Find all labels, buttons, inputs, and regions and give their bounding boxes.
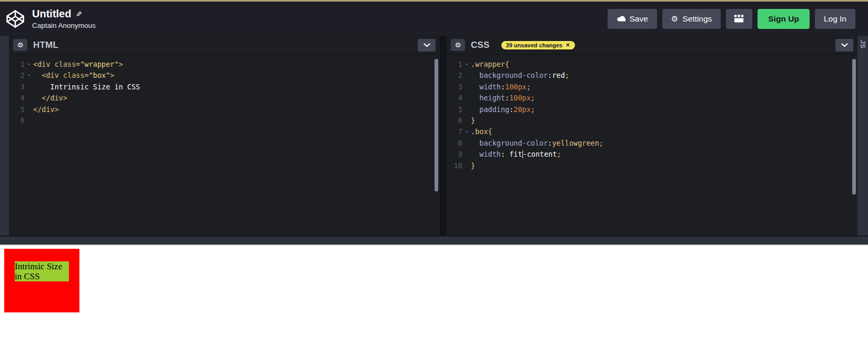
code-token: .box{ [471,127,492,136]
code-text: } [471,160,475,171]
fold-arrow-icon[interactable]: ▾ [25,59,33,70]
html-settings-gear-icon[interactable]: ⚙ [13,39,27,51]
code-line[interactable]: 10} [447,160,857,171]
code-line[interactable]: 3 width:100px; [447,82,857,93]
code-token: ; [531,94,535,102]
code-line[interactable]: 6 [9,115,440,126]
code-text: Intrinsic Size in CSS [33,82,140,93]
fold-spacer [462,115,471,126]
html-panel-title: HTML [33,40,58,50]
text-cursor [522,150,523,158]
code-line[interactable]: 5 padding:20px; [447,104,857,115]
code-text: </div> [33,104,59,115]
code-line[interactable]: 1▾<div class="wrapper"> [9,59,440,70]
edit-title-pencil-icon[interactable]: ✎ [76,10,82,18]
code-token: : [501,150,509,158]
css-collapse-button[interactable] [835,39,853,52]
code-token: : [505,94,509,102]
code-line[interactable]: 2▾ <div class="box"> [9,70,440,81]
fold-spacer [462,70,471,81]
badge-close-icon[interactable]: ✕ [566,42,570,48]
gear-icon: ⚙ [671,15,678,23]
line-number: 4 [9,93,25,104]
code-token: "wrapper" [80,60,118,68]
fold-arrow-icon[interactable]: ▾ [462,126,471,137]
fold-spacer [462,138,471,149]
save-label: Save [630,14,648,24]
code-token: Intrinsic Size in CSS [33,83,140,91]
unsaved-changes-text: 39 unsaved changes [506,42,563,48]
code-token [471,94,479,102]
code-text: width:100px; [471,82,531,93]
js-rail-label: JS [859,40,867,48]
change-view-button[interactable] [726,9,752,29]
code-line[interactable]: 3 Intrinsic Size in CSS [9,82,440,93]
line-number: 4 [447,93,462,104]
line-number: 3 [9,82,25,93]
css-scrollbar-thumb[interactable] [852,59,856,195]
css-code-area[interactable]: 1▾.wrapper{2 background-color:red;3 widt… [447,55,857,171]
code-text: background-color:red; [471,70,569,81]
html-collapse-button[interactable] [418,39,436,52]
code-text: <div class="wrapper"> [33,59,123,70]
code-text: } [471,115,475,126]
code-token: background-color [479,71,548,79]
settings-button[interactable]: ⚙ Settings [662,9,721,29]
code-token: background-color [479,139,548,147]
fold-spacer [462,160,471,171]
left-rail[interactable] [0,36,9,236]
line-number: 9 [447,149,462,160]
code-token: } [471,116,475,125]
pen-author: Captain Anonymous [32,22,96,29]
line-number: 1 [447,59,462,70]
code-line[interactable]: 7▾.box{ [447,126,857,137]
code-token [471,105,479,114]
code-token: ; [599,139,603,147]
code-token [33,71,42,79]
js-rail-collapsed[interactable]: JS [857,36,868,236]
fold-arrow-icon[interactable]: ▾ [462,59,471,70]
chevron-down-icon [423,43,430,47]
save-button[interactable]: Save [608,9,657,29]
log-in-button[interactable]: Log In [815,9,855,29]
line-number: 7 [447,126,462,137]
preview-pane: Intrinsic Size in CSS [0,246,868,354]
html-panel-header: ⚙ HTML [9,36,440,55]
code-line[interactable]: 6} [447,115,857,126]
code-token: </div> [33,105,59,114]
css-editor-panel: ⚙ CSS 39 unsaved changes ✕ 1▾.wrapper{2 … [447,36,857,236]
code-text: background-color:yellowgreen; [471,138,603,149]
code-token: <div [33,60,55,68]
code-token: -content [523,150,557,158]
code-line[interactable]: 2 background-color:red; [447,70,857,81]
code-token [471,150,479,158]
css-settings-gear-icon[interactable]: ⚙ [451,39,465,51]
line-number: 6 [9,115,25,126]
html-code-area[interactable]: 1▾<div class="wrapper">2▾ <div class="bo… [9,55,440,126]
preview-fit-content-box: Intrinsic Size in CSS [15,261,69,281]
panel-gap-divider[interactable] [440,36,447,236]
css-panel-header: ⚙ CSS 39 unsaved changes ✕ [447,36,857,55]
html-scrollbar-thumb[interactable] [435,59,438,191]
code-token [471,71,479,79]
codepen-logo-icon[interactable] [5,9,25,29]
fold-arrow-icon[interactable]: ▾ [25,70,33,81]
code-token: = [85,71,89,79]
code-line[interactable]: 9 width: fit-content; [447,149,857,160]
code-line[interactable]: 4 height:100px; [447,93,857,104]
preview-wrapper-box: Intrinsic Size in CSS [4,249,79,312]
code-token: </div> [33,94,67,102]
html-editor-panel: ⚙ HTML 1▾<div class="wrapper">2▾ <div cl… [9,36,440,236]
editor-preview-divider[interactable] [0,236,868,246]
unsaved-changes-badge: 39 unsaved changes ✕ [501,41,575,49]
code-token: height [479,94,505,102]
code-line[interactable]: 5</div> [9,104,440,115]
code-token: width [479,83,501,91]
code-line[interactable]: 4 </div> [9,93,440,104]
code-token: 100px [509,94,531,102]
code-token: > [119,60,123,68]
settings-label: Settings [682,14,712,24]
code-line[interactable]: 8 background-color:yellowgreen; [447,138,857,149]
sign-up-button[interactable]: Sign Up [758,9,810,29]
code-line[interactable]: 1▾.wrapper{ [447,59,857,70]
